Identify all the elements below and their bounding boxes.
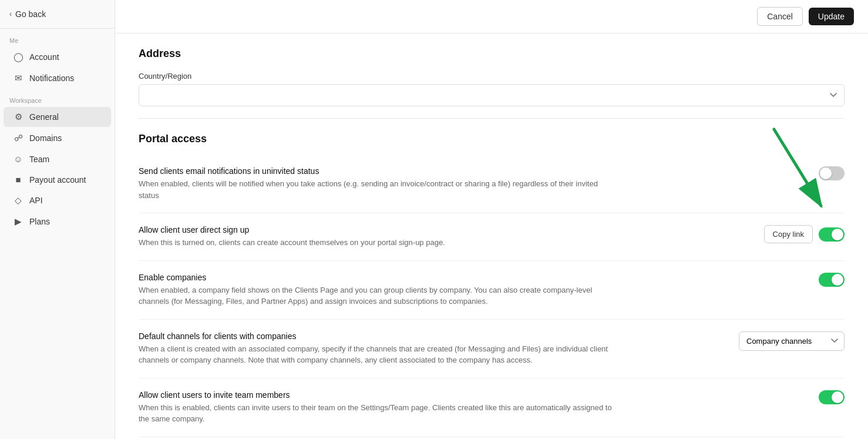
direct-signup-toggle[interactable] <box>819 227 845 242</box>
address-section-title: Address <box>139 48 845 60</box>
account-icon: ◯ <box>13 52 23 62</box>
section-divider <box>139 118 845 119</box>
go-back-label: Go back <box>15 9 46 19</box>
uninvited-email-toggle[interactable] <box>819 166 845 180</box>
sidebar-item-notifications[interactable]: ✉ Notifications <box>4 68 111 88</box>
country-region-select[interactable]: United States United Kingdom Canada <box>139 84 845 106</box>
sidebar-item-team-label: Team <box>29 155 49 164</box>
uninvited-email-label: Send clients email notifications in unin… <box>139 166 620 176</box>
direct-signup-toggle-track <box>819 227 845 242</box>
default-channels-select[interactable]: Company channels Individual channels <box>739 331 845 351</box>
sidebar-item-payout-account[interactable]: ■ Payout account <box>4 170 111 189</box>
back-arrow-icon: ‹ <box>9 10 12 18</box>
sidebar-item-account-label: Account <box>29 52 59 62</box>
setting-direct-signup: Allow client user direct sign up When th… <box>139 213 845 261</box>
portal-access-title: Portal access <box>139 133 845 145</box>
domains-icon: ☍ <box>13 133 23 143</box>
invite-team-label: Allow client users to invite team member… <box>139 390 620 400</box>
sidebar-item-notifications-label: Notifications <box>29 73 74 83</box>
direct-signup-label: Allow client user direct sign up <box>139 225 620 234</box>
update-button[interactable]: Update <box>809 8 854 25</box>
sidebar-item-plans[interactable]: ▶ Plans <box>4 212 111 232</box>
invite-team-desc: When this is enabled, clients can invite… <box>139 402 620 425</box>
setting-uninvited-email: Send clients email notifications in unin… <box>139 155 845 213</box>
default-channels-desc: When a client is created with an associa… <box>139 343 620 366</box>
general-icon: ⚙ <box>13 112 23 122</box>
bell-icon: ✉ <box>13 73 23 83</box>
sidebar-item-api-label: API <box>29 196 43 205</box>
me-section-label: Me <box>0 29 115 46</box>
invite-team-toggle[interactable] <box>819 390 845 404</box>
go-back-button[interactable]: ‹ Go back <box>0 0 115 29</box>
sidebar: ‹ Go back Me ◯ Account ✉ Notifications W… <box>0 0 115 439</box>
topbar: Cancel Update <box>115 0 868 33</box>
uninvited-email-toggle-track <box>819 166 845 180</box>
country-region-group: Country/Region United States United King… <box>139 72 845 106</box>
country-region-label: Country/Region <box>139 72 845 81</box>
sidebar-item-payout-label: Payout account <box>29 175 86 185</box>
payout-icon: ■ <box>13 175 23 185</box>
sidebar-item-team[interactable]: ☺ Team <box>4 149 111 169</box>
enable-companies-desc: When enabled, a company field shows on t… <box>139 284 620 307</box>
copy-link-button[interactable]: Copy link <box>764 225 813 243</box>
setting-enable-companies: Enable companies When enabled, a company… <box>139 261 845 320</box>
cancel-button[interactable]: Cancel <box>757 7 803 26</box>
sidebar-item-domains[interactable]: ☍ Domains <box>4 128 111 148</box>
setting-default-channels: Default channels for clients with compan… <box>139 320 845 378</box>
setting-invite-team: Allow client users to invite team member… <box>139 378 845 437</box>
plans-icon: ▶ <box>13 216 23 227</box>
team-icon: ☺ <box>13 154 23 164</box>
sidebar-item-general-label: General <box>29 112 59 122</box>
api-icon: ◇ <box>13 195 23 206</box>
uninvited-email-desc: When enabled, clients will be notified w… <box>139 178 620 201</box>
enable-companies-toggle-track <box>819 273 845 287</box>
sidebar-item-plans-label: Plans <box>29 217 50 226</box>
main-wrapper: Cancel Update Address Country/Region Uni… <box>115 0 868 439</box>
enable-companies-toggle[interactable] <box>819 273 845 287</box>
sidebar-item-account[interactable]: ◯ Account <box>4 47 111 67</box>
direct-signup-desc: When this is turned on, clients can crea… <box>139 237 620 249</box>
sidebar-item-general[interactable]: ⚙ General <box>4 107 111 127</box>
invite-team-toggle-track <box>819 390 845 404</box>
content-area: Address Country/Region United States Uni… <box>115 33 868 439</box>
main-content: Cancel Update Address Country/Region Uni… <box>115 0 868 439</box>
default-channels-label: Default channels for clients with compan… <box>139 331 620 341</box>
workspace-section-label: Workspace <box>0 89 115 106</box>
sidebar-item-domains-label: Domains <box>29 133 62 143</box>
enable-companies-label: Enable companies <box>139 273 620 282</box>
sidebar-item-api[interactable]: ◇ API <box>4 190 111 210</box>
